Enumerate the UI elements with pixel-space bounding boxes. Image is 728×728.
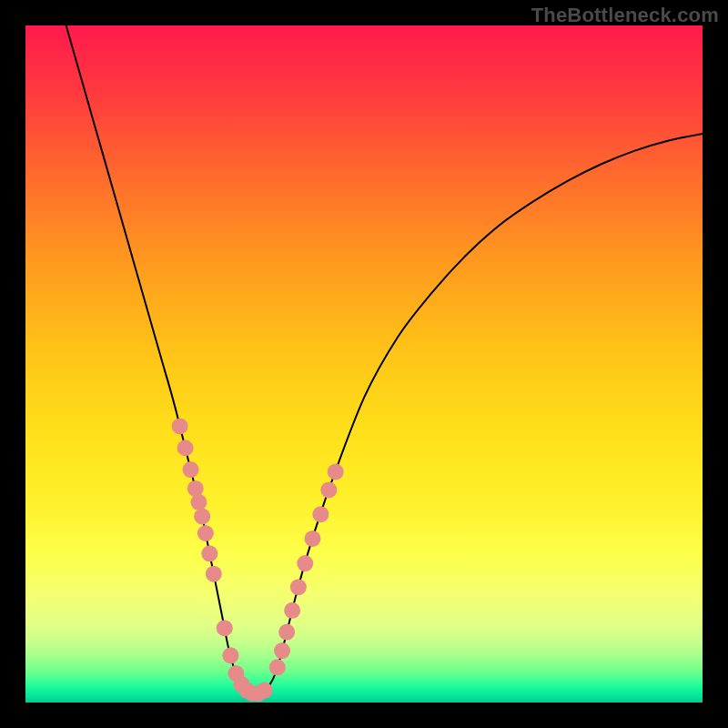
highlight-dot bbox=[269, 659, 286, 675]
highlight-dot bbox=[304, 531, 320, 547]
highlight-dot bbox=[172, 418, 188, 434]
highlight-dot bbox=[290, 579, 307, 595]
highlight-dot bbox=[328, 463, 344, 480]
plot-area bbox=[25, 25, 703, 703]
highlight-dot bbox=[312, 506, 329, 522]
highlight-dot bbox=[183, 461, 199, 478]
highlight-dot bbox=[257, 682, 273, 699]
highlight-dot bbox=[206, 566, 222, 582]
highlight-dot bbox=[190, 494, 207, 511]
highlight-dot bbox=[222, 647, 238, 663]
highlight-dot bbox=[194, 508, 210, 524]
highlight-dot bbox=[278, 624, 295, 641]
watermark-text: TheBottleneck.com bbox=[531, 4, 719, 27]
bottleneck-curve bbox=[66, 25, 703, 694]
highlight-dot bbox=[320, 481, 337, 498]
highlight-dot bbox=[284, 602, 300, 619]
highlight-dot bbox=[297, 555, 313, 571]
chart-frame: TheBottleneck.com bbox=[0, 0, 728, 728]
highlight-dot bbox=[217, 620, 233, 636]
highlight-dot bbox=[177, 440, 194, 456]
highlight-dot bbox=[201, 545, 217, 561]
highlight-dot bbox=[274, 642, 290, 659]
highlight-dot bbox=[197, 525, 214, 541]
highlight-dots bbox=[172, 418, 344, 702]
chart-overlay bbox=[25, 25, 703, 703]
